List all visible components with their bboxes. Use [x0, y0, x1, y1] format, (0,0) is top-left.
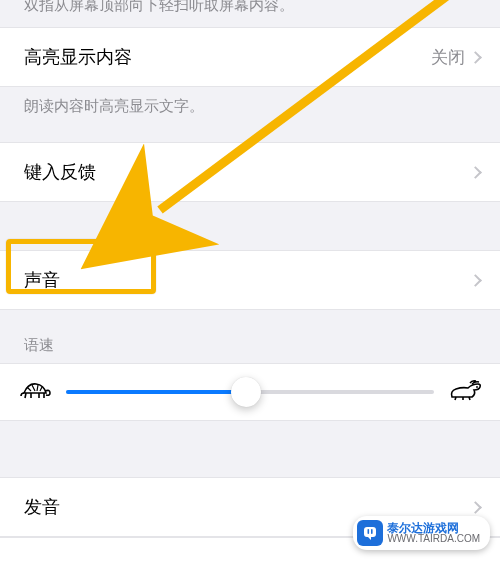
watermark-icon — [357, 520, 383, 546]
hare-icon — [448, 379, 482, 405]
rate-header: 语速 — [0, 310, 500, 363]
row-label: 键入反馈 — [24, 160, 471, 184]
chevron-right-icon — [469, 274, 482, 287]
chevron-right-icon — [469, 51, 482, 64]
chevron-right-icon — [469, 501, 482, 514]
svg-rect-4 — [371, 529, 373, 534]
slider-fill — [66, 390, 246, 394]
group-voice: 声音 — [0, 250, 500, 310]
svg-point-0 — [476, 386, 478, 388]
watermark-badge: 泰尔达游戏网 WWW.TAIRDA.COM — [353, 516, 490, 550]
highlight-footer: 朗读内容时高亮显示文字。 — [0, 87, 500, 116]
group-highlight: 高亮显示内容 关闭 — [0, 27, 500, 87]
watermark-url: WWW.TAIRDA.COM — [387, 534, 480, 544]
chevron-right-icon — [469, 166, 482, 179]
row-label: 高亮显示内容 — [24, 45, 431, 69]
row-label: 声音 — [24, 268, 471, 292]
top-hint: 双指从屏幕顶部向下轻扫听取屏幕内容。 — [0, 0, 500, 27]
rate-slider[interactable] — [66, 379, 434, 405]
row-highlight-content[interactable]: 高亮显示内容 关闭 — [0, 28, 500, 86]
tortoise-icon — [18, 379, 52, 405]
row-typing-feedback[interactable]: 键入反馈 — [0, 143, 500, 201]
row-voice[interactable]: 声音 — [0, 251, 500, 309]
watermark-text: 泰尔达游戏网 WWW.TAIRDA.COM — [387, 522, 480, 544]
row-speaking-rate — [0, 363, 500, 421]
slider-thumb[interactable] — [231, 377, 261, 407]
group-typing-feedback: 键入反馈 — [0, 142, 500, 202]
row-value: 关闭 — [431, 46, 465, 69]
svg-rect-3 — [368, 529, 370, 534]
